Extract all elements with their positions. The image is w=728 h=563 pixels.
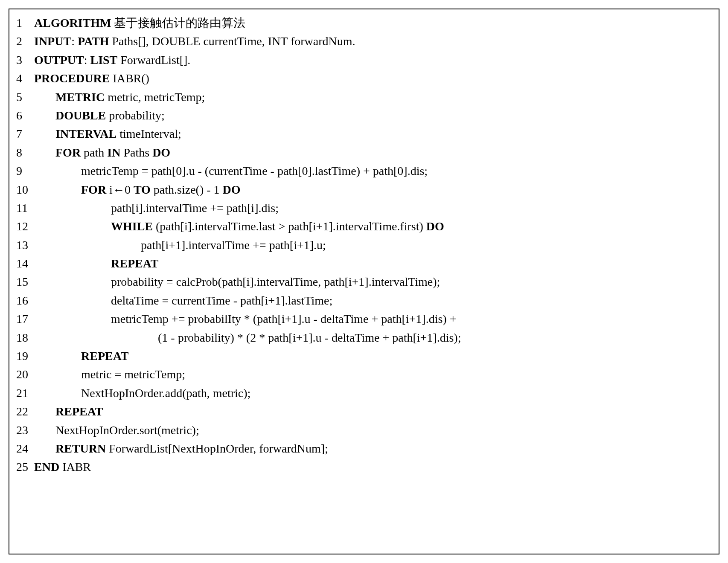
line-number: 21	[16, 384, 34, 402]
line-content: INTERVAL timeInterval;	[34, 125, 181, 143]
algorithm-line: 9metricTemp = path[0].u - (currentTime -…	[16, 162, 712, 180]
keyword: ALGORITHM	[34, 16, 111, 29]
algorithm-line: 20metric = metricTemp;	[16, 365, 712, 383]
line-number: 19	[16, 347, 34, 365]
keyword: DO	[152, 146, 170, 159]
code-text: Paths	[120, 146, 152, 159]
algorithm-line: 12WHILE (path[i].intervalTime.last > pat…	[16, 217, 712, 235]
line-content: PROCEDURE IABR()	[34, 69, 149, 87]
algorithm-line: 3OUTPUT: LIST ForwardList[].	[16, 51, 712, 69]
code-text: Paths[], DOUBLE currentTime, INT forward…	[109, 35, 355, 48]
algorithm-line: 23NextHopInOrder.sort(metric);	[16, 421, 712, 439]
keyword: PROCEDURE	[34, 72, 110, 85]
keyword: WHILE	[111, 220, 153, 233]
algorithm-line: 21NextHopInOrder.add(path, metric);	[16, 384, 712, 402]
line-content: FOR i←0 TO path.size() - 1 DO	[34, 180, 241, 199]
keyword: FOR	[81, 183, 106, 196]
code-text: path[i+1].intervalTime += path[i+1].u;	[141, 238, 326, 252]
line-number: 2	[16, 32, 34, 50]
line-content: (1 - probability) * (2 * path[i+1].u - d…	[34, 328, 461, 347]
keyword: INPUT	[34, 35, 71, 48]
algorithm-line: 11path[i].intervalTime += path[i].dis;	[16, 199, 712, 217]
line-number: 25	[16, 458, 34, 476]
line-content: probability = calcProb(path[i].intervalT…	[34, 273, 440, 291]
algorithm-line: 5METRIC metric, metricTemp;	[16, 88, 712, 106]
keyword: DO	[223, 183, 241, 196]
line-content: path[i].intervalTime += path[i].dis;	[34, 199, 279, 217]
algorithm-line: 22REPEAT	[16, 402, 712, 421]
code-text: metricTemp = path[0].u - (currentTime - …	[81, 164, 428, 177]
algorithm-line: 15probability = calcProb(path[i].interva…	[16, 273, 712, 291]
code-text: i←0	[106, 183, 134, 196]
keyword: PATH	[78, 35, 109, 48]
algorithm-box: 1ALGORITHM 基于接触估计的路由算法2INPUT: PATH Paths…	[9, 9, 719, 554]
line-number: 3	[16, 51, 34, 69]
code-text: path	[81, 146, 107, 159]
code-text: NextHopInOrder.add(path, metric);	[81, 386, 250, 400]
code-text: path[i].intervalTime += path[i].dis;	[111, 201, 279, 215]
line-number: 18	[16, 328, 34, 347]
line-content: path[i+1].intervalTime += path[i+1].u;	[34, 236, 326, 254]
line-number: 5	[16, 88, 34, 106]
code-text: metric, metricTemp;	[105, 90, 205, 104]
keyword: METRIC	[55, 90, 105, 104]
code-text: (1 - probability) * (2 * path[i+1].u - d…	[158, 331, 461, 344]
code-text: IABR()	[110, 72, 149, 85]
line-number: 1	[16, 14, 34, 32]
line-content: NextHopInOrder.add(path, metric);	[34, 384, 250, 402]
algorithm-line: 19REPEAT	[16, 347, 712, 365]
code-text: NextHopInOrder.sort(metric);	[55, 424, 199, 437]
algorithm-line: 6DOUBLE probability;	[16, 106, 712, 125]
code-text: probability = calcProb(path[i].intervalT…	[111, 275, 440, 288]
code-text: deltaTime = currentTime - path[i+1].last…	[111, 294, 332, 307]
keyword: DO	[426, 220, 444, 233]
algorithm-line: 14REPEAT	[16, 254, 712, 273]
line-content: metricTemp = path[0].u - (currentTime - …	[34, 162, 428, 180]
line-number: 17	[16, 310, 34, 328]
line-content: metricTemp += probabilIty * (path[i+1].u…	[34, 310, 456, 328]
line-content: deltaTime = currentTime - path[i+1].last…	[34, 291, 332, 310]
line-number: 16	[16, 291, 34, 310]
line-number: 14	[16, 254, 34, 273]
keyword: LIST	[90, 53, 117, 67]
line-content: metric = metricTemp;	[34, 365, 185, 383]
algorithm-line: 1ALGORITHM 基于接触估计的路由算法	[16, 14, 712, 32]
keyword: FOR	[55, 146, 81, 159]
code-text: metricTemp += probabilIty * (path[i+1].u…	[111, 312, 456, 325]
line-content: WHILE (path[i].intervalTime.last > path[…	[34, 217, 444, 235]
code-text: timeInterval;	[116, 127, 181, 140]
algorithm-line: 25END IABR	[16, 458, 712, 476]
algorithm-line: 24RETURN ForwardList[NextHopInOrder, for…	[16, 439, 712, 458]
line-number: 4	[16, 69, 34, 87]
algorithm-line: 4PROCEDURE IABR()	[16, 69, 712, 87]
algorithm-line: 18(1 - probability) * (2 * path[i+1].u -…	[16, 328, 712, 347]
code-text: 基于接触估计的路由算法	[111, 16, 245, 29]
algorithm-line: 8FOR path IN Paths DO	[16, 143, 712, 162]
code-text: ForwardList[NextHopInOrder, forwardNum];	[106, 442, 328, 455]
line-content: ALGORITHM 基于接触估计的路由算法	[34, 14, 245, 32]
keyword: END	[34, 460, 59, 473]
line-number: 24	[16, 439, 34, 458]
algorithm-line: 17metricTemp += probabilIty * (path[i+1]…	[16, 310, 712, 328]
line-number: 8	[16, 143, 34, 162]
code-text: (path[i].intervalTime.last > path[i+1].i…	[153, 220, 426, 233]
keyword: OUTPUT	[34, 53, 84, 67]
keyword: RETURN	[55, 442, 106, 455]
line-number: 20	[16, 365, 34, 383]
keyword: REPEAT	[81, 349, 129, 363]
line-number: 12	[16, 217, 34, 235]
code-text: :	[71, 35, 78, 48]
line-content: METRIC metric, metricTemp;	[34, 88, 205, 106]
line-number: 13	[16, 236, 34, 254]
algorithm-line: 13path[i+1].intervalTime += path[i+1].u;	[16, 236, 712, 254]
code-text: ForwardList[].	[117, 53, 190, 67]
algorithm-line: 10FOR i←0 TO path.size() - 1 DO	[16, 180, 712, 199]
line-content: REPEAT	[34, 254, 159, 273]
line-content: OUTPUT: LIST ForwardList[].	[34, 51, 190, 69]
algorithm-line: 7INTERVAL timeInterval;	[16, 125, 712, 143]
line-number: 23	[16, 421, 34, 439]
keyword: REPEAT	[55, 405, 103, 418]
keyword: TO	[134, 183, 151, 196]
keyword: DOUBLE	[55, 109, 106, 122]
code-text: :	[84, 53, 90, 67]
